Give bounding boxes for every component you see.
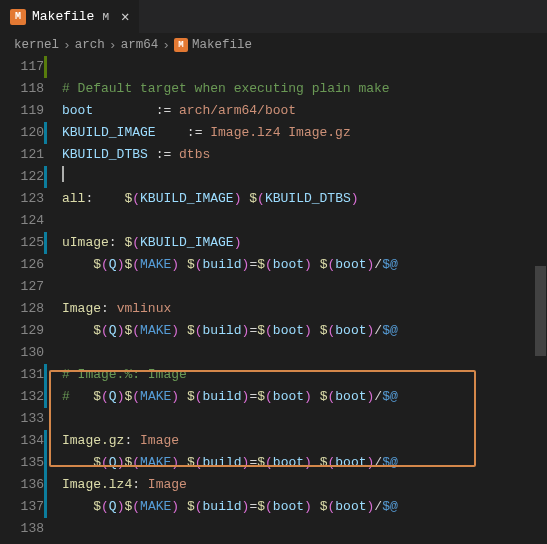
chevron-right-icon: ›: [162, 38, 170, 53]
code-line: $(Q)$(MAKE) $(build)=$(boot) $(boot)/$@: [62, 452, 547, 474]
modified-marker: [44, 364, 47, 386]
breadcrumb[interactable]: kernel › arch › arm64 › M Makefile: [0, 34, 547, 56]
line-number: 131: [0, 364, 44, 386]
line-number: 132: [0, 386, 44, 408]
line-number: 121: [0, 144, 44, 166]
modified-marker: [44, 474, 47, 496]
line-number: 127: [0, 276, 44, 298]
tab-label: Makefile: [32, 9, 94, 24]
code-line: $(Q)$(MAKE) $(build)=$(boot) $(boot)/$@: [62, 254, 547, 276]
makefile-icon: M: [10, 9, 26, 25]
line-number: 128: [0, 298, 44, 320]
code-line: $(Q)$(MAKE) $(build)=$(boot) $(boot)/$@: [62, 496, 547, 518]
breadcrumb-part[interactable]: arch: [75, 38, 105, 52]
line-number: 129: [0, 320, 44, 342]
code-line: Image: vmlinux: [62, 298, 547, 320]
code-line: uImage: $(KBUILD_IMAGE): [62, 232, 547, 254]
modified-marker: [44, 232, 47, 254]
modified-marker: [44, 122, 47, 144]
editor-area[interactable]: 117 118 119 120 121 122 123 124 125 126 …: [0, 56, 547, 544]
line-number: 126: [0, 254, 44, 276]
code-line: KBUILD_DTBS := dtbs: [62, 144, 547, 166]
close-icon[interactable]: ✕: [121, 8, 129, 25]
line-number: 120: [0, 122, 44, 144]
breadcrumb-part[interactable]: arm64: [121, 38, 159, 52]
code-line: Image.gz: Image: [62, 430, 547, 452]
breadcrumb-part[interactable]: kernel: [14, 38, 59, 52]
line-number: 138: [0, 518, 44, 540]
chevron-right-icon: ›: [63, 38, 71, 53]
code-line: KBUILD_IMAGE := Image.lz4 Image.gz: [62, 122, 547, 144]
tab-modified-badge: M: [102, 11, 109, 23]
line-number: 130: [0, 342, 44, 364]
modified-marker: [44, 496, 47, 518]
file-tab[interactable]: M Makefile M ✕: [0, 0, 140, 33]
tab-bar: M Makefile M ✕: [0, 0, 547, 34]
added-marker: [44, 56, 47, 78]
code-line: [62, 276, 547, 298]
scroll-thumb[interactable]: [535, 266, 546, 356]
code-line: # Image.%: Image: [62, 364, 547, 386]
line-number: 119: [0, 100, 44, 122]
code-line: [62, 342, 547, 364]
code-line: [62, 210, 547, 232]
line-number: 137: [0, 496, 44, 518]
line-number-gutter: 117 118 119 120 121 122 123 124 125 126 …: [0, 56, 48, 544]
makefile-icon: M: [174, 38, 188, 52]
line-number: 117: [0, 56, 44, 78]
text-cursor: [62, 166, 64, 182]
code-line: # $(Q)$(MAKE) $(build)=$(boot) $(boot)/$…: [62, 386, 547, 408]
code-line: $(Q)$(MAKE) $(build)=$(boot) $(boot)/$@: [62, 320, 547, 342]
modified-marker: [44, 452, 47, 474]
code-line: [62, 408, 547, 430]
line-number: 134: [0, 430, 44, 452]
line-number: 123: [0, 188, 44, 210]
line-number: 122: [0, 166, 44, 188]
vertical-scrollbar[interactable]: [534, 56, 547, 544]
code-line: all: $(KBUILD_IMAGE) $(KBUILD_DTBS): [62, 188, 547, 210]
code-line: [62, 518, 547, 540]
code-line: boot := arch/arm64/boot: [62, 100, 547, 122]
line-number: 125: [0, 232, 44, 254]
modified-marker: [44, 430, 47, 452]
line-number: 118: [0, 78, 44, 100]
modified-marker: [44, 386, 47, 408]
code-line: [62, 166, 547, 188]
line-number: 136: [0, 474, 44, 496]
code-line: # Default target when executing plain ma…: [62, 78, 547, 100]
code-content[interactable]: # Default target when executing plain ma…: [48, 56, 547, 544]
line-number: 135: [0, 452, 44, 474]
code-line: [62, 56, 547, 78]
line-number: 124: [0, 210, 44, 232]
breadcrumb-file[interactable]: Makefile: [192, 38, 252, 52]
line-number: 133: [0, 408, 44, 430]
code-line: Image.lz4: Image: [62, 474, 547, 496]
modified-marker: [44, 166, 47, 188]
chevron-right-icon: ›: [109, 38, 117, 53]
